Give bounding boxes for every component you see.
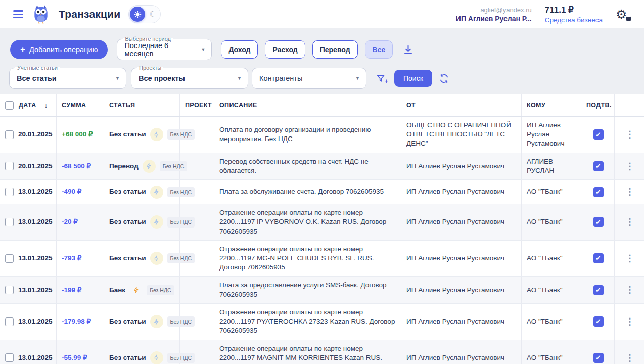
column-confirmed[interactable]: ПОДТВ.: [581, 94, 615, 116]
row-checkbox[interactable]: [5, 130, 14, 139]
balance-label[interactable]: Средства бизнеса: [545, 16, 603, 24]
row-checkbox[interactable]: [5, 317, 14, 326]
row-menu-button[interactable]: ⋮: [615, 117, 644, 153]
add-filter-icon[interactable]: +: [376, 74, 386, 83]
column-date[interactable]: ДАТА: [19, 102, 36, 109]
article-name: Банк: [109, 286, 125, 295]
refresh-icon[interactable]: [439, 73, 449, 84]
transaction-to: АО "ТБанк": [522, 241, 581, 277]
row-menu-button[interactable]: ⋮: [615, 304, 644, 340]
projects-select-label: Проекты: [137, 65, 163, 71]
articles-select-label: Учетные статьи: [15, 65, 60, 71]
transaction-amount: -55.99 ₽: [62, 353, 87, 362]
add-operation-button[interactable]: + Добавить операцию: [10, 40, 108, 59]
row-menu-button[interactable]: ⋮: [615, 153, 644, 179]
project-cell: [180, 241, 214, 277]
settings-gear-icon[interactable]: ⚙: [616, 7, 631, 22]
contractors-select[interactable]: Контрагенты ▼: [252, 68, 366, 89]
app-root: Транзакции ☾ aglief@yandex.ru ИП Аглиев …: [0, 0, 644, 364]
transaction-date: 13.01.2025: [18, 317, 53, 326]
period-select[interactable]: Выберите период Последние 6 месяцев ▼: [117, 39, 212, 60]
column-article[interactable]: СТАТЬЯ: [103, 94, 180, 116]
transaction-description: Перевод собственных средств на счет. НДС…: [214, 153, 401, 179]
projects-select-value: Все проекты: [139, 74, 185, 82]
transaction-amount: -68 500 ₽: [62, 162, 91, 171]
transaction-date: 13.01.2025: [18, 187, 53, 196]
articles-select[interactable]: Учетные статьи Все статьи ▼: [9, 68, 126, 89]
chevron-down-icon: ▼: [201, 47, 206, 52]
moon-icon[interactable]: ☾: [146, 8, 159, 21]
table-row: 13.01.2025 -55.99 ₽ Без статьи Без НДС О…: [0, 340, 644, 364]
article-name: Без статьи: [109, 130, 146, 139]
type-button-expense[interactable]: Расход: [265, 40, 305, 59]
download-icon[interactable]: [403, 44, 413, 55]
project-cell: [180, 277, 214, 303]
table-row: 13.01.2025 -490 ₽ Без статьи Без НДС Пла…: [0, 180, 644, 204]
type-button-all[interactable]: Все: [365, 40, 393, 59]
transaction-date: 13.01.2025: [18, 286, 53, 295]
row-menu-button[interactable]: ⋮: [615, 204, 644, 240]
transaction-description: Отражение операции оплаты по карте номер…: [214, 340, 401, 364]
project-cell: [180, 340, 214, 364]
article-name: Без статьи: [109, 353, 146, 362]
confirm-checkbox[interactable]: ✓: [593, 285, 604, 295]
chevron-down-icon: ▼: [237, 76, 242, 81]
contractors-select-value: Контрагенты: [259, 74, 302, 82]
period-select-label: Выберите период: [123, 36, 173, 42]
row-menu-button[interactable]: ⋮: [615, 180, 644, 204]
plus-icon: +: [20, 44, 25, 55]
confirm-checkbox[interactable]: ✓: [593, 217, 604, 227]
topbar: Транзакции ☾ aglief@yandex.ru ИП Аглиев …: [0, 0, 644, 28]
menu-hamburger-icon[interactable]: [13, 10, 23, 18]
table-row: 13.01.2025 -179.98 ₽ Без статьи Без НДС …: [0, 304, 644, 340]
theme-toggle[interactable]: ☾: [128, 5, 161, 23]
energy-bolt-icon: [150, 215, 163, 229]
main-content: + Добавить операцию Выберите период Посл…: [0, 28, 644, 364]
account-block[interactable]: aglief@yandex.ru ИП Аглиев Руслан Р...: [456, 6, 532, 23]
project-cell: [180, 153, 214, 179]
confirm-checkbox[interactable]: ✓: [593, 187, 604, 197]
confirm-checkbox[interactable]: ✓: [593, 253, 604, 263]
row-menu-button[interactable]: ⋮: [615, 241, 644, 277]
page-title: Транзакции: [59, 8, 120, 20]
row-checkbox[interactable]: [5, 353, 14, 362]
sort-down-icon[interactable]: ↓: [44, 102, 48, 109]
transaction-description: Отражение операции оплаты по карте номер…: [214, 304, 401, 340]
vat-badge: Без НДС: [147, 285, 174, 295]
column-from[interactable]: ОТ: [401, 94, 522, 116]
transaction-to: АО "ТБанк": [522, 340, 581, 364]
projects-select[interactable]: Проекты Все проекты ▼: [131, 68, 248, 89]
column-to[interactable]: КОМУ: [522, 94, 581, 116]
row-checkbox[interactable]: [5, 286, 14, 294]
transaction-to: АО "ТБанк": [522, 180, 581, 204]
row-checkbox[interactable]: [5, 218, 14, 226]
select-all-checkbox[interactable]: [5, 101, 14, 110]
search-button[interactable]: Поиск: [394, 70, 432, 87]
confirm-checkbox[interactable]: ✓: [593, 129, 604, 140]
type-button-income[interactable]: Доход: [221, 40, 258, 59]
sun-icon[interactable]: [130, 7, 145, 22]
transaction-from: ИП Аглиев Руслан Рустамович: [401, 241, 522, 277]
table-row: 20.01.2025 -68 500 ₽ Перевод Без НДС Пер…: [0, 153, 644, 180]
article-name: Без статьи: [109, 317, 146, 326]
transaction-date: 20.01.2025: [18, 162, 53, 171]
transaction-from: ИП Аглиев Руслан Рустамович: [401, 204, 522, 240]
row-menu-button[interactable]: ⋮: [615, 340, 644, 364]
row-checkbox[interactable]: [5, 254, 14, 263]
confirm-checkbox[interactable]: ✓: [593, 353, 604, 363]
transaction-from: ИП Аглиев Руслан Рустамович: [401, 277, 522, 303]
column-description[interactable]: ОПИСАНИЕ: [214, 94, 401, 116]
row-checkbox[interactable]: [5, 188, 14, 196]
row-menu-button[interactable]: ⋮: [615, 277, 644, 303]
article-name: Без статьи: [109, 254, 146, 263]
transaction-date: 13.01.2025: [18, 217, 53, 226]
transaction-description: Отражение операции оплаты по карте номер…: [214, 241, 401, 277]
column-sum[interactable]: СУММА: [57, 94, 103, 116]
type-button-transfer[interactable]: Перевод: [312, 40, 358, 59]
confirm-checkbox[interactable]: ✓: [593, 316, 604, 327]
column-project[interactable]: ПРОЕКТ: [180, 94, 214, 116]
row-checkbox[interactable]: [5, 162, 14, 170]
confirm-checkbox[interactable]: ✓: [593, 161, 604, 171]
column-actions: [615, 94, 644, 116]
articles-select-value: Все статьи: [17, 74, 57, 82]
